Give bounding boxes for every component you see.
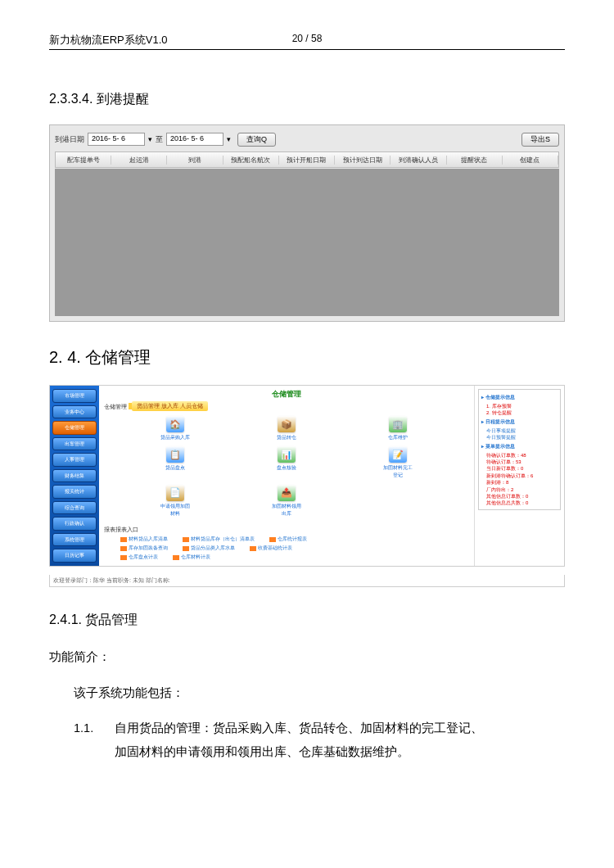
notif-item[interactable]: 当日新订单数：0 — [486, 465, 558, 472]
column-header[interactable]: 创建点 — [503, 156, 558, 165]
sidebar-item[interactable]: 报关统计 — [52, 485, 97, 499]
report-section-label: 报表报表入口 — [104, 526, 469, 534]
heading-241: 2.4.1. 货品管理 — [49, 612, 565, 629]
notification-panel: ▸ 仓储提示信息1. 库存预警2. 转仓提醒▸ 日程提示信息今日事项提醒今日预警… — [474, 386, 564, 566]
sidebar-item[interactable]: 出车管理 — [52, 437, 97, 451]
report-link-label: 收费基础统计表 — [258, 545, 292, 552]
report-link[interactable]: 仓库盘点计表 — [120, 554, 158, 561]
module-icon: 🏢 — [389, 416, 407, 432]
sidebar-item[interactable]: 日历记事 — [52, 549, 97, 563]
module-icon: 📊 — [278, 446, 296, 463]
notif-item[interactable]: 新到港待确认订单：6 — [486, 472, 558, 479]
export-button[interactable]: 导出S — [521, 133, 559, 147]
module-icon-item[interactable]: 📤加固材料领用出库 — [235, 485, 338, 518]
column-header[interactable]: 预计开船日期 — [279, 156, 335, 165]
report-link[interactable]: 收费基础统计表 — [250, 545, 292, 552]
column-header[interactable]: 预配船名航次 — [223, 156, 279, 165]
module-icon-item[interactable]: 📦货品转仓 — [235, 416, 338, 441]
report-bullet-icon — [120, 546, 127, 551]
list-para-1a: 自用货品的管理：货品采购入库、货品转仓、加固材料的完工登记、 — [115, 717, 565, 740]
grid-headers: 配车提单号起运港到港预配船名航次预计开船日期预计到达日期到港确认人员提醒状态创建… — [55, 151, 559, 168]
notif-item[interactable]: 待确认订单：53 — [486, 459, 558, 465]
report-link[interactable]: 货品分品类入库水单 — [183, 545, 235, 552]
report-link-label: 货品分品类入库水单 — [191, 545, 235, 552]
module-icon-label: 货品转仓 — [277, 434, 296, 441]
sidebar-item[interactable]: 业务中心 — [52, 405, 97, 419]
date-label: 到港日期 — [55, 134, 84, 145]
list-number-1: 1.1. — [74, 717, 115, 740]
report-link-label: 仓库材料计表 — [181, 554, 210, 561]
sidebar-item[interactable]: 综合查询 — [52, 501, 97, 515]
report-link-label: 材料货品入库清单 — [129, 536, 168, 543]
grid-body-empty — [55, 169, 559, 316]
module-icon-label: 货品采购入库 — [160, 434, 190, 441]
module-icon-item[interactable]: 📄申请领用加固材料 — [124, 485, 227, 518]
notif-item[interactable]: 2. 转仓提醒 — [486, 409, 558, 416]
column-header[interactable]: 到港 — [167, 156, 223, 165]
sidebar-item[interactable]: 人事管理 — [52, 453, 97, 467]
sidebar-item[interactable]: 财务结算 — [52, 469, 97, 483]
notif-item[interactable]: 其他信息订单数：0 — [486, 493, 558, 500]
list-para-1b: 加固材料的申请领用和领用出库、仓库基础数据维护。 — [115, 740, 565, 764]
sidebar-item[interactable]: 市场管理 — [52, 389, 97, 403]
column-header[interactable]: 起运港 — [111, 156, 167, 165]
column-header[interactable]: 提醒状态 — [447, 156, 503, 165]
notif-item[interactable]: 今日预警提醒 — [486, 434, 558, 441]
module-icon: 🏠 — [166, 416, 184, 432]
report-link[interactable]: 库存加固装备查询 — [120, 545, 168, 552]
report-bullet-icon — [269, 537, 276, 542]
date-dropdown-icon[interactable]: ▾ — [227, 135, 231, 143]
module-icon-label: 加固材料领用出库 — [270, 503, 303, 518]
banner: 货品管理 放入库 人员仓储 — [132, 401, 208, 411]
doc-title: 新力杭物流ERP系统V1.0 — [49, 34, 167, 46]
module-icon: 📋 — [166, 446, 184, 463]
date-to-label: 至 — [156, 134, 163, 145]
sidebar-item[interactable]: 仓储管理 — [52, 421, 97, 435]
column-header[interactable]: 配车提单号 — [56, 156, 111, 165]
module-icon: 📦 — [278, 416, 296, 432]
page-number: 20 / 58 — [292, 33, 323, 44]
heading-24: 2. 4. 仓储管理 — [49, 346, 565, 368]
notif-item[interactable]: 其他信息总共数：0 — [486, 500, 558, 506]
report-link[interactable]: 仓库统计报表 — [269, 536, 307, 543]
module-icon-label: 加固材料完工登记 — [381, 464, 414, 479]
report-link[interactable]: 材料货品库存（出仓）清单表 — [183, 536, 255, 543]
notif-header: ▸ 日程提示信息 — [481, 418, 558, 426]
module-icon-label: 货品盘点 — [165, 464, 185, 472]
sidebar-item[interactable]: 系统管理 — [52, 533, 97, 547]
report-bullet-icon — [183, 546, 189, 551]
heading-2334: 2.3.3.4. 到港提醒 — [49, 91, 565, 108]
module-icon-item[interactable]: 🏢仓库维护 — [346, 416, 449, 441]
query-button[interactable]: 查询Q — [237, 133, 276, 147]
screenshot-arrival-reminder: 到港日期 2016- 5- 6 ▾ 至 2016- 5- 6 ▾ 查询Q 导出S… — [49, 124, 565, 322]
report-link-label: 材料货品库存（出仓）清单表 — [191, 536, 255, 543]
column-header[interactable]: 预计到达日期 — [335, 156, 391, 165]
module-icon-item[interactable]: 🏠货品采购入库 — [124, 416, 227, 441]
report-link-label: 仓库统计报表 — [278, 536, 307, 543]
banner-label: 仓储管理 — [104, 403, 129, 411]
report-bullet-icon — [250, 546, 256, 551]
notif-item[interactable]: 待确认订单数：48 — [486, 452, 558, 459]
notif-header: ▸ 菜单提示信息 — [481, 443, 558, 450]
notif-item[interactable]: 新到港：8 — [486, 479, 558, 486]
module-icon: 📄 — [166, 485, 184, 501]
report-link[interactable]: 材料货品入库清单 — [120, 536, 168, 543]
intro-label: 功能简介： — [49, 645, 565, 669]
date-to-input[interactable]: 2016- 5- 6 — [166, 133, 223, 146]
module-icon-item[interactable]: 📊盘点核验 — [235, 446, 338, 479]
date-dropdown-icon[interactable]: ▾ — [148, 135, 152, 143]
report-link[interactable]: 仓库材料计表 — [173, 554, 210, 561]
column-header[interactable]: 到港确认人员 — [391, 156, 446, 165]
notif-item[interactable]: 厂内待出：2 — [486, 486, 558, 493]
module-icon-label: 仓库维护 — [388, 434, 408, 441]
report-link-label: 库存加固装备查询 — [129, 545, 168, 552]
module-icon-item[interactable]: 📋货品盘点 — [124, 446, 227, 479]
sidebar-item[interactable]: 行政确认 — [52, 517, 97, 531]
module-icon-label: 盘点核验 — [277, 464, 296, 472]
date-from-input[interactable]: 2016- 5- 6 — [88, 133, 145, 146]
notif-item[interactable]: 1. 库存预警 — [486, 403, 558, 409]
notif-item[interactable]: 今日事项提醒 — [486, 427, 558, 434]
module-icon: 📤 — [278, 485, 296, 501]
report-bullet-icon — [120, 555, 127, 560]
module-icon-item[interactable]: 📝加固材料完工登记 — [346, 446, 449, 479]
